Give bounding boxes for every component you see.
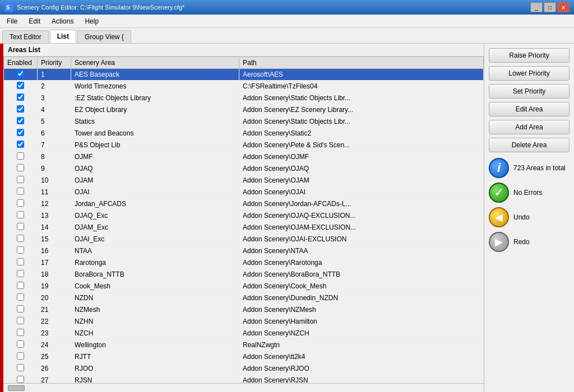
path-cell: Addon Scenery\OJAQ-EXCLUSION... xyxy=(239,210,484,222)
table-container[interactable]: Enabled Priority Scenery Area Path 1AES … xyxy=(3,57,484,383)
path-cell: Aerosoft\AES xyxy=(239,69,484,81)
enabled-checkbox[interactable] xyxy=(17,282,24,289)
table-row[interactable]: 19Cook_MeshAddon Scenery\Cook_Mesh xyxy=(4,281,484,292)
table-row[interactable]: 9OJAQAddon Scenery\OJAQ xyxy=(4,163,484,175)
path-cell: Addon Scenery\Cook_Mesh xyxy=(239,281,484,292)
table-row[interactable]: 18BoraBora_NTTBAddon Scenery\BoraBora_NT… xyxy=(4,269,484,281)
area-cell: RJSN xyxy=(71,375,239,384)
area-cell: NZMesh xyxy=(71,304,239,316)
enabled-checkbox[interactable] xyxy=(17,82,24,89)
enabled-checkbox[interactable] xyxy=(17,211,24,218)
table-row[interactable]: 7P&S Object LibAddon Scenery\Pete & Sid'… xyxy=(4,139,484,151)
table-row[interactable]: 16NTAAAddon Scenery\NTAA xyxy=(4,245,484,257)
tab-text-editor[interactable]: Text Editor xyxy=(2,30,49,43)
table-row[interactable]: 11OJAIAddon Scenery\OJAI xyxy=(4,186,484,198)
redo-icon[interactable]: ▶ xyxy=(489,232,509,252)
enabled-checkbox[interactable] xyxy=(17,199,24,207)
path-cell: Addon Scenery\Static Objects Libr... xyxy=(239,116,484,128)
enabled-checkbox[interactable] xyxy=(17,94,24,101)
table-row[interactable]: 22NZHNAddon Scenery\Hamilton xyxy=(4,316,484,328)
area-cell: NZHN xyxy=(71,316,239,328)
scenery-table: Enabled Priority Scenery Area Path 1AES … xyxy=(3,57,484,383)
enabled-checkbox[interactable] xyxy=(17,317,24,324)
enabled-cell xyxy=(4,316,38,328)
table-row[interactable]: 27RJSNAddon Scenery\RJSN xyxy=(4,375,484,384)
add-area-button[interactable]: Add Area xyxy=(489,120,570,134)
horizontal-scrollbar[interactable] xyxy=(3,383,484,392)
table-row[interactable]: 5StaticsAddon Scenery\Static Objects Lib… xyxy=(4,116,484,128)
enabled-checkbox[interactable] xyxy=(17,376,24,383)
enabled-checkbox[interactable] xyxy=(17,258,24,265)
table-row[interactable]: 25RJTTAddon Scenery\tt2k4 xyxy=(4,351,484,363)
table-row[interactable]: 4EZ Object LibraryAddon Scenery\EZ Scene… xyxy=(4,104,484,116)
priority-cell: 10 xyxy=(38,175,71,186)
enabled-checkbox[interactable] xyxy=(17,329,24,336)
area-cell: P&S Object Lib xyxy=(71,139,239,151)
delete-area-button[interactable]: Delete Area xyxy=(489,138,570,152)
path-cell: Addon Scenery\OJAI xyxy=(239,186,484,198)
area-cell: OJAM_Exc xyxy=(71,222,239,234)
enabled-checkbox[interactable] xyxy=(17,270,24,277)
edit-area-button[interactable]: Edit Area xyxy=(489,102,570,116)
priority-cell: 3 xyxy=(38,92,71,104)
enabled-checkbox[interactable] xyxy=(17,176,24,183)
enabled-checkbox[interactable] xyxy=(17,352,24,360)
path-cell: Addon Scenery\RJOO xyxy=(239,363,484,375)
tab-list[interactable]: List xyxy=(50,30,76,43)
enabled-checkbox[interactable] xyxy=(17,70,24,77)
enabled-checkbox[interactable] xyxy=(17,141,24,148)
tab-group-view[interactable]: Group View { xyxy=(77,30,131,43)
redo-row[interactable]: ▶ Redo xyxy=(489,232,570,252)
path-cell: C:\FSRealtime\TzFiles04 xyxy=(239,81,484,92)
priority-cell: 2 xyxy=(38,81,71,92)
menu-edit[interactable]: Edit xyxy=(24,16,45,26)
maximize-button[interactable]: □ xyxy=(544,2,556,12)
table-row[interactable]: 23NZCHAddon Scenery\NZCH xyxy=(4,328,484,339)
table-row[interactable]: 20NZDNAddon Scenery\Dunedin_NZDN xyxy=(4,292,484,304)
table-row[interactable]: 17RarotongaAddon Scenery\Rarotonga xyxy=(4,257,484,269)
title-bar-controls[interactable]: _ □ ✕ xyxy=(530,2,570,12)
app-icon: S xyxy=(4,3,13,12)
enabled-checkbox[interactable] xyxy=(17,293,24,301)
undo-icon[interactable]: ◀ xyxy=(489,207,509,227)
enabled-checkbox[interactable] xyxy=(17,105,24,113)
undo-row[interactable]: ◀ Undo xyxy=(489,207,570,227)
enabled-checkbox[interactable] xyxy=(17,152,24,160)
enabled-checkbox[interactable] xyxy=(17,340,24,348)
priority-cell: 5 xyxy=(38,116,71,128)
enabled-checkbox[interactable] xyxy=(17,235,24,242)
menu-file[interactable]: File xyxy=(2,16,22,26)
lower-priority-button[interactable]: Lower Priority xyxy=(489,66,570,81)
enabled-checkbox[interactable] xyxy=(17,117,24,124)
table-row[interactable]: 6Tower and BeaconsAddon Scenery\Static2 xyxy=(4,128,484,139)
enabled-checkbox[interactable] xyxy=(17,129,24,136)
table-row[interactable]: 24WellingtonRealNZwgtn xyxy=(4,339,484,351)
enabled-checkbox[interactable] xyxy=(17,164,24,171)
enabled-checkbox[interactable] xyxy=(17,188,24,195)
table-row[interactable]: 8OJMFAddon Scenery\OJMF xyxy=(4,151,484,163)
set-priority-button[interactable]: Set Priority xyxy=(489,84,570,99)
enabled-checkbox[interactable] xyxy=(17,305,24,312)
table-row[interactable]: 13OJAQ_ExcAddon Scenery\OJAQ-EXCLUSION..… xyxy=(4,210,484,222)
priority-cell: 15 xyxy=(38,234,71,245)
enabled-cell xyxy=(4,116,38,128)
enabled-checkbox[interactable] xyxy=(17,246,24,254)
table-row[interactable]: 3:EZ Static Objects LibraryAddon Scenery… xyxy=(4,92,484,104)
minimize-button[interactable]: _ xyxy=(530,2,543,12)
menu-help[interactable]: Help xyxy=(80,16,103,26)
table-row[interactable]: 1AES BasepackAerosoft\AES xyxy=(4,69,484,81)
close-button[interactable]: ✕ xyxy=(557,2,570,12)
raise-priority-button[interactable]: Raise Priority xyxy=(489,48,570,63)
enabled-checkbox[interactable] xyxy=(17,223,24,230)
area-cell: World Timezones xyxy=(71,81,239,92)
table-row[interactable]: 14OJAM_ExcAddon Scenery\OJAM-EXCLUSION..… xyxy=(4,222,484,234)
table-row[interactable]: 10OJAMAddon Scenery\OJAM xyxy=(4,175,484,186)
table-row[interactable]: 21NZMeshAddon Scenery\NZMesh xyxy=(4,304,484,316)
area-cell: EZ Object Library xyxy=(71,104,239,116)
menu-actions[interactable]: Actions xyxy=(47,16,78,26)
table-row[interactable]: 15OJAI_ExcAddon Scenery\OJAI-EXCLUSION xyxy=(4,234,484,245)
table-row[interactable]: 12Jordan_AFCADSAddon Scenery\Jordan-AFCA… xyxy=(4,198,484,210)
table-row[interactable]: 2World TimezonesC:\FSRealtime\TzFiles04 xyxy=(4,81,484,92)
enabled-checkbox[interactable] xyxy=(17,364,24,371)
table-row[interactable]: 26RJOOAddon Scenery\RJOO xyxy=(4,363,484,375)
